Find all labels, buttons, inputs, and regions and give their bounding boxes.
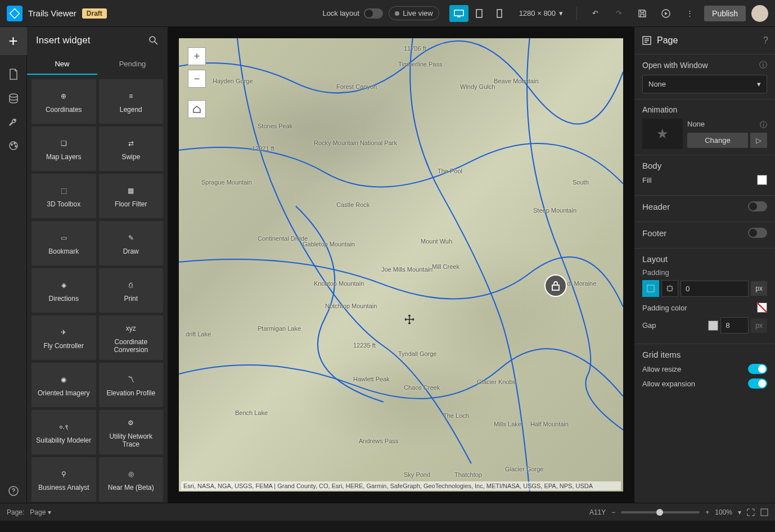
properties-panel: Page ? Open with Windowⓘ None▾ Animation… <box>634 27 775 503</box>
tools-tab-icon[interactable] <box>8 117 19 127</box>
map-label: Hawlett Peak <box>353 376 390 382</box>
data-tab-icon[interactable] <box>8 93 19 103</box>
preview-button[interactable] <box>657 5 675 22</box>
widget-label: Elevation Profile <box>106 389 155 397</box>
help-icon[interactable]: ? <box>763 35 768 46</box>
widget-floor-filter[interactable]: ▦Floor Filter <box>99 174 164 218</box>
widget-suitability-modeler[interactable]: ०.९Suitability Modeler <box>31 410 96 454</box>
widget-print[interactable]: ⎙Print <box>99 268 164 313</box>
padding-unit[interactable]: px <box>751 281 767 296</box>
canvas-size-value: 1280 × 800 <box>519 9 556 17</box>
svg-rect-1 <box>454 10 463 16</box>
lock-layout-toggle[interactable] <box>364 8 383 19</box>
device-tablet[interactable] <box>470 5 489 22</box>
save-button[interactable] <box>633 5 651 22</box>
zoom-out-button[interactable]: − <box>188 70 206 88</box>
map-label: Notchtop Mountain <box>325 303 377 309</box>
device-phone[interactable] <box>490 5 509 22</box>
widget-icon: ⇄ <box>128 137 134 150</box>
user-avatar[interactable] <box>751 5 768 22</box>
widget-icon: ०.९ <box>59 421 69 433</box>
page-selector[interactable]: Page ▾ <box>30 508 51 516</box>
lock-layout-control[interactable]: Lock layout <box>322 8 383 19</box>
svg-rect-15 <box>668 286 672 291</box>
widget-icon: ⚙ <box>128 417 134 429</box>
device-desktop[interactable] <box>449 5 468 22</box>
more-menu[interactable]: ⋮ <box>681 5 699 22</box>
redo-button[interactable]: ↷ <box>610 5 628 22</box>
widget-draw[interactable]: ✎Draw <box>99 221 164 265</box>
svg-point-5 <box>10 94 17 97</box>
padding-individual-button[interactable] <box>661 280 678 297</box>
app-logo[interactable] <box>7 6 22 21</box>
widget-map-layers[interactable]: ❏Map Layers <box>31 127 96 171</box>
widget-directions[interactable]: ◈Directions <box>31 268 96 313</box>
a11y-button[interactable]: A11Y <box>589 508 606 516</box>
canvas-size-select[interactable]: 1280 × 800 ▾ <box>515 9 567 17</box>
widget-coordinate-conversion[interactable]: xyzCoordinate Conversion <box>99 315 164 360</box>
widget-elevation-profile[interactable]: 〽Elevation Profile <box>99 363 164 407</box>
theme-tab-icon[interactable] <box>8 141 19 151</box>
map-label: South <box>573 179 589 186</box>
map-attribution: Esri, NASA, NGA, USGS, FEMA | Grand Coun… <box>181 481 621 490</box>
zoom-in-button[interactable]: + <box>188 47 206 65</box>
live-view-label: Live view <box>403 9 432 17</box>
live-view-button[interactable]: Live view <box>389 6 439 20</box>
zoom-in-footer[interactable]: + <box>705 508 709 516</box>
widget-business-analyst[interactable]: ⚲Business Analyst <box>31 457 96 502</box>
widget-fly-controller[interactable]: ✈Fly Controller <box>31 315 96 360</box>
map-label: Andrews Pass <box>359 438 398 444</box>
allow-expansion-toggle[interactable] <box>748 378 767 389</box>
fit-icon[interactable] <box>747 508 755 516</box>
info-icon[interactable]: ⓘ <box>759 60 767 70</box>
zoom-slider[interactable] <box>621 511 700 513</box>
fullscreen-icon[interactable] <box>760 508 768 516</box>
widget-label: Bookmark <box>48 247 79 255</box>
widget-coordinates[interactable]: ⊕Coordinates <box>31 79 96 124</box>
padding-uniform-button[interactable] <box>642 280 659 297</box>
publish-button[interactable]: Publish <box>704 6 746 21</box>
gap-input[interactable] <box>720 317 749 333</box>
padding-input[interactable] <box>681 281 749 297</box>
fill-color-swatch[interactable] <box>757 175 767 185</box>
tab-pending[interactable]: Pending <box>97 54 168 75</box>
insert-widget-tab[interactable]: + <box>0 27 27 55</box>
draft-badge: Draft <box>82 8 107 19</box>
page-label: Page: <box>7 508 24 516</box>
widget-near-me-beta-[interactable]: ◎Near Me (Beta) <box>99 457 164 502</box>
animation-label: Animation <box>642 105 677 114</box>
widget-label: Utility Network Trace <box>101 432 161 448</box>
search-icon[interactable] <box>148 35 159 46</box>
help-icon[interactable] <box>8 486 19 496</box>
footer-toggle[interactable] <box>748 228 767 238</box>
widget-bookmark[interactable]: ▭Bookmark <box>31 221 96 265</box>
map-label: 12921 ft <box>252 145 274 152</box>
widget-3d-toolbox[interactable]: ⬚3D Toolbox <box>31 174 96 218</box>
zoom-value[interactable]: 100% <box>715 508 732 516</box>
gap-color-swatch[interactable] <box>708 321 718 331</box>
change-animation-button[interactable]: Change <box>687 133 748 148</box>
header-toggle[interactable] <box>748 201 767 211</box>
widget-label: Draw <box>123 247 139 255</box>
padding-color-swatch[interactable] <box>757 303 767 313</box>
widget-swipe[interactable]: ⇄Swipe <box>99 127 164 171</box>
padding-label: Padding <box>642 268 767 277</box>
home-extent-button[interactable] <box>188 100 206 118</box>
allow-resize-toggle[interactable] <box>748 364 767 374</box>
widget-utility-network-trace[interactable]: ⚙Utility Network Trace <box>99 410 164 454</box>
zoom-out-footer[interactable]: − <box>611 508 615 516</box>
design-canvas: + − Hayden Gorge11706 ftTimberline PassF… <box>168 27 634 503</box>
map-label: Mills Lake <box>494 421 521 427</box>
play-animation-button[interactable]: ▷ <box>750 133 767 148</box>
tab-new[interactable]: New <box>27 54 97 75</box>
widget-icon: ▦ <box>128 184 134 197</box>
open-with-window-select[interactable]: None▾ <box>642 75 767 93</box>
widget-legend[interactable]: ≡Legend <box>99 79 164 124</box>
undo-button[interactable]: ↶ <box>586 5 604 22</box>
map-label: Tyndall Gorge <box>398 350 436 357</box>
map-widget[interactable]: + − Hayden Gorge11706 ftTimberline PassF… <box>179 38 623 492</box>
info-icon[interactable]: ⓘ <box>760 120 767 130</box>
page-tab-icon[interactable] <box>8 69 19 80</box>
widget-oriented-imagery[interactable]: ◉Oriented Imagery <box>31 363 96 407</box>
widget-icon: xyz <box>126 322 136 335</box>
